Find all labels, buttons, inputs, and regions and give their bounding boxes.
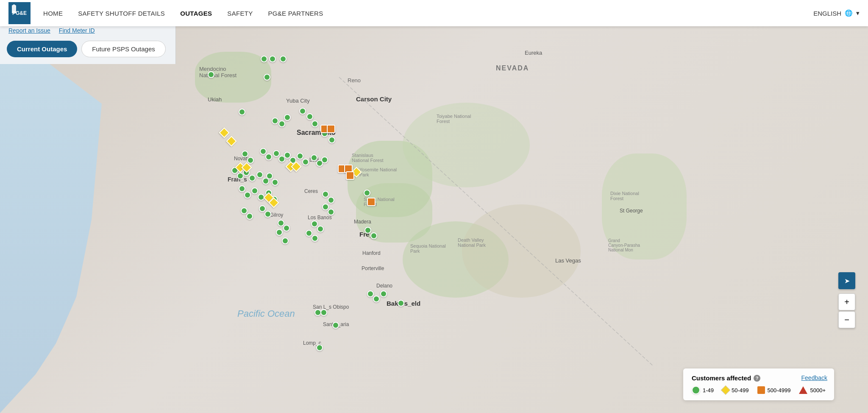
marker-green[interactable] (311, 154, 317, 161)
marker-green[interactable] (373, 296, 380, 302)
marker-green[interactable] (284, 152, 291, 159)
feedback-link[interactable]: Feedback (801, 374, 827, 381)
marker-green[interactable] (364, 227, 371, 234)
marker-green[interactable] (312, 235, 318, 242)
legend-triangle-icon (799, 386, 807, 394)
death-valley (462, 204, 581, 298)
marker-green[interactable] (280, 56, 287, 62)
marker-green[interactable] (317, 226, 324, 232)
globe-icon: 🌐 (845, 9, 853, 17)
legend-items: 1-49 50-499 500-4999 5000+ (692, 386, 826, 394)
marker-green[interactable] (282, 237, 289, 244)
legend: Customers affected ? 1-49 50-499 500-499… (683, 368, 834, 400)
marker-green[interactable] (251, 187, 258, 194)
marker-green[interactable] (260, 148, 267, 155)
legend-item-50-499: 50-499 (722, 387, 748, 393)
marker-green[interactable] (264, 74, 270, 81)
marker-green[interactable] (272, 179, 278, 186)
marker-green[interactable] (328, 209, 334, 215)
report-issue-link[interactable]: Report an Issue (8, 27, 50, 34)
marker-green[interactable] (272, 117, 278, 124)
map-background (0, 26, 868, 413)
legend-diamond-icon (721, 385, 731, 395)
marker-green[interactable] (297, 153, 303, 159)
nav-home[interactable]: HOME (43, 10, 63, 17)
marker-green[interactable] (278, 220, 284, 226)
marker-green[interactable] (328, 137, 335, 143)
zoom-out-button[interactable]: − (838, 311, 855, 328)
marker-green[interactable] (322, 191, 329, 198)
marker-green[interactable] (306, 230, 312, 237)
marker-green[interactable] (322, 204, 329, 210)
legend-item-1-49: 1-49 (692, 386, 714, 394)
marker-green[interactable] (367, 290, 374, 297)
help-icon[interactable]: ? (754, 375, 760, 382)
marker-green[interactable] (208, 71, 214, 78)
marker-green[interactable] (306, 113, 313, 120)
marker-green[interactable] (246, 213, 253, 220)
legend-square-icon (757, 386, 765, 394)
marker-green[interactable] (276, 229, 283, 236)
marker-green[interactable] (364, 190, 370, 196)
svg-rect-3 (12, 6, 16, 13)
nav-links: HOME SAFETY SHUTOFF DETAILS OUTAGES SAFE… (43, 10, 813, 17)
marker-green[interactable] (320, 309, 327, 316)
marker-green[interactable] (242, 151, 248, 157)
marker-green[interactable] (299, 108, 306, 114)
marker-green[interactable] (283, 225, 290, 232)
nav-partners[interactable]: PG&E PARTNERS (268, 10, 323, 17)
marker-green[interactable] (259, 205, 266, 212)
nav-safety[interactable]: SAFETY (227, 10, 253, 17)
tab-buttons: Current Outages Future PSPS Outages (7, 41, 169, 57)
marker-orange[interactable] (327, 125, 335, 133)
nav-safety-shutoff[interactable]: SAFETY SHUTOFF DETAILS (78, 10, 165, 17)
marker-green[interactable] (247, 157, 254, 164)
marker-green[interactable] (261, 56, 267, 62)
nav-language[interactable]: ENGLISH 🌐 ▾ (813, 9, 860, 17)
dixie-forest (602, 153, 687, 260)
map-container[interactable]: MendocinoNational Forest Reno Eureka NEV… (0, 26, 868, 413)
nav-outages[interactable]: OUTAGES (180, 10, 212, 17)
marker-green[interactable] (239, 109, 245, 115)
language-label: ENGLISH (813, 10, 841, 17)
marker-green[interactable] (311, 220, 318, 227)
find-meter-link[interactable]: Find Meter ID (59, 27, 95, 34)
compass-button[interactable]: ➤ (838, 272, 855, 289)
marker-green[interactable] (398, 300, 404, 307)
marker-green[interactable] (332, 322, 339, 329)
pge-logo: PG&E (8, 2, 31, 24)
marker-orange[interactable] (346, 171, 354, 180)
marker-green[interactable] (239, 185, 245, 192)
chevron-down-icon: ▾ (856, 9, 860, 17)
current-outages-tab[interactable]: Current Outages (7, 41, 77, 57)
marker-green[interactable] (328, 197, 334, 204)
marker-green[interactable] (264, 211, 271, 218)
marker-green[interactable] (244, 192, 251, 198)
marker-green[interactable] (256, 171, 263, 178)
marker-green[interactable] (302, 159, 309, 165)
marker-green[interactable] (370, 232, 377, 239)
marker-green[interactable] (266, 173, 273, 179)
toiyabe-forest (403, 103, 530, 187)
legend-item-500-4999: 500-4999 (757, 386, 791, 394)
marker-green[interactable] (316, 344, 323, 351)
sidebar-links: Report an Issue Find Meter ID (7, 27, 169, 34)
navbar: PG&E HOME SAFETY SHUTOFF DETAILS OUTAGES… (0, 0, 868, 26)
marker-green[interactable] (284, 114, 291, 121)
legend-item-5000-plus: 5000+ (799, 386, 826, 394)
marker-green[interactable] (312, 120, 318, 127)
map-controls: ➤ + − (838, 272, 855, 328)
legend-circle-icon (692, 386, 700, 394)
marker-green[interactable] (321, 156, 328, 163)
marker-green[interactable] (241, 207, 248, 214)
zoom-in-button[interactable]: + (838, 293, 855, 310)
future-psps-tab[interactable]: Future PSPS Outages (81, 41, 165, 57)
marker-green[interactable] (278, 120, 285, 127)
marker-green[interactable] (380, 290, 387, 297)
marker-green[interactable] (269, 56, 276, 62)
marker-orange[interactable] (367, 198, 376, 206)
marker-green[interactable] (249, 175, 256, 181)
marker-green[interactable] (265, 153, 272, 160)
mendocino-forest (195, 52, 271, 103)
marker-green[interactable] (273, 150, 280, 157)
